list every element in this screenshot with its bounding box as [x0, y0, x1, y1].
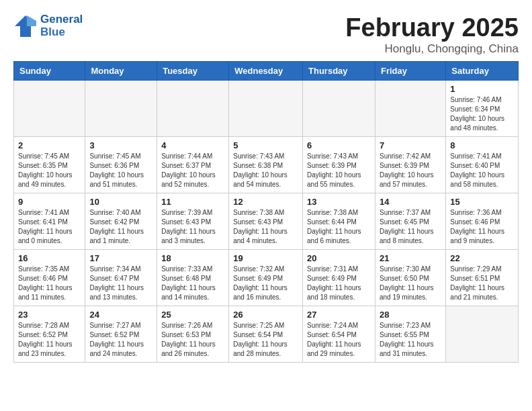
day-cell — [375, 81, 445, 137]
day-cell — [85, 81, 157, 137]
day-info: Sunrise: 7:23 AM Sunset: 6:55 PM Dayligh… — [380, 321, 441, 359]
day-info: Sunrise: 7:40 AM Sunset: 6:42 PM Dayligh… — [89, 208, 152, 246]
day-number: 9 — [18, 197, 81, 207]
day-cell: 24Sunrise: 7:27 AM Sunset: 6:52 PM Dayli… — [85, 306, 157, 363]
day-info: Sunrise: 7:36 AM Sunset: 6:46 PM Dayligh… — [450, 208, 514, 246]
svg-marker-1 — [27, 15, 36, 26]
day-info: Sunrise: 7:41 AM Sunset: 6:41 PM Dayligh… — [18, 208, 81, 246]
day-cell: 5Sunrise: 7:43 AM Sunset: 6:38 PM Daylig… — [229, 137, 303, 193]
day-cell: 2Sunrise: 7:45 AM Sunset: 6:35 PM Daylig… — [14, 137, 85, 193]
day-info: Sunrise: 7:46 AM Sunset: 6:34 PM Dayligh… — [450, 95, 514, 133]
day-info: Sunrise: 7:28 AM Sunset: 6:52 PM Dayligh… — [18, 321, 81, 359]
day-number: 8 — [450, 140, 514, 150]
day-cell: 1Sunrise: 7:46 AM Sunset: 6:34 PM Daylig… — [446, 81, 519, 137]
day-info: Sunrise: 7:27 AM Sunset: 6:52 PM Dayligh… — [89, 321, 152, 359]
day-cell: 9Sunrise: 7:41 AM Sunset: 6:41 PM Daylig… — [14, 193, 85, 250]
day-cell: 28Sunrise: 7:23 AM Sunset: 6:55 PM Dayli… — [375, 306, 445, 363]
day-number: 24 — [89, 310, 152, 320]
day-number: 2 — [18, 140, 81, 150]
day-number: 19 — [233, 253, 298, 263]
logo-line1: General — [40, 13, 83, 26]
day-cell — [157, 81, 229, 137]
logo: General Blue — [13, 13, 83, 38]
day-cell: 21Sunrise: 7:30 AM Sunset: 6:50 PM Dayli… — [375, 250, 445, 306]
day-info: Sunrise: 7:31 AM Sunset: 6:49 PM Dayligh… — [307, 265, 371, 302]
day-info: Sunrise: 7:43 AM Sunset: 6:38 PM Dayligh… — [233, 152, 298, 189]
day-cell: 26Sunrise: 7:25 AM Sunset: 6:54 PM Dayli… — [229, 306, 303, 363]
subtitle: Honglu, Chongqing, China — [345, 42, 519, 56]
day-number: 12 — [233, 197, 298, 207]
day-number: 14 — [380, 197, 441, 207]
header-tuesday: Tuesday — [157, 62, 229, 81]
day-info: Sunrise: 7:39 AM Sunset: 6:43 PM Dayligh… — [161, 208, 224, 246]
header-wednesday: Wednesday — [229, 62, 303, 81]
main-title: February 2025 — [345, 13, 519, 42]
day-info: Sunrise: 7:37 AM Sunset: 6:45 PM Dayligh… — [380, 208, 441, 246]
day-number: 3 — [89, 140, 152, 150]
day-info: Sunrise: 7:45 AM Sunset: 6:35 PM Dayligh… — [18, 152, 81, 189]
day-info: Sunrise: 7:38 AM Sunset: 6:43 PM Dayligh… — [233, 208, 298, 246]
day-info: Sunrise: 7:44 AM Sunset: 6:37 PM Dayligh… — [161, 152, 224, 189]
header-monday: Monday — [85, 62, 157, 81]
day-number: 27 — [307, 310, 371, 320]
day-info: Sunrise: 7:43 AM Sunset: 6:39 PM Dayligh… — [307, 152, 371, 189]
day-number: 6 — [307, 140, 371, 150]
day-info: Sunrise: 7:34 AM Sunset: 6:47 PM Dayligh… — [89, 265, 152, 302]
week-row-4: 23Sunrise: 7:28 AM Sunset: 6:52 PM Dayli… — [14, 306, 519, 363]
day-cell: 23Sunrise: 7:28 AM Sunset: 6:52 PM Dayli… — [14, 306, 85, 363]
day-cell: 15Sunrise: 7:36 AM Sunset: 6:46 PM Dayli… — [446, 193, 519, 250]
logo-line2: Blue — [40, 26, 83, 39]
day-info: Sunrise: 7:24 AM Sunset: 6:54 PM Dayligh… — [307, 321, 371, 359]
day-cell: 19Sunrise: 7:32 AM Sunset: 6:49 PM Dayli… — [229, 250, 303, 306]
day-info: Sunrise: 7:25 AM Sunset: 6:54 PM Dayligh… — [233, 321, 298, 359]
day-cell: 3Sunrise: 7:45 AM Sunset: 6:36 PM Daylig… — [85, 137, 157, 193]
header-saturday: Saturday — [446, 62, 519, 81]
day-number: 10 — [89, 197, 152, 207]
day-cell: 20Sunrise: 7:31 AM Sunset: 6:49 PM Dayli… — [303, 250, 375, 306]
day-number: 17 — [89, 253, 152, 263]
calendar: SundayMondayTuesdayWednesdayThursdayFrid… — [13, 61, 519, 363]
day-number: 16 — [18, 253, 81, 263]
day-cell: 11Sunrise: 7:39 AM Sunset: 6:43 PM Dayli… — [157, 193, 229, 250]
day-number: 4 — [161, 140, 224, 150]
day-number: 23 — [18, 310, 81, 320]
day-number: 15 — [450, 197, 514, 207]
day-info: Sunrise: 7:41 AM Sunset: 6:40 PM Dayligh… — [450, 152, 514, 189]
calendar-header-row: SundayMondayTuesdayWednesdayThursdayFrid… — [14, 62, 519, 81]
day-cell — [446, 306, 519, 363]
day-cell: 18Sunrise: 7:33 AM Sunset: 6:48 PM Dayli… — [157, 250, 229, 306]
day-number: 28 — [380, 310, 441, 320]
header-friday: Friday — [375, 62, 445, 81]
day-cell: 27Sunrise: 7:24 AM Sunset: 6:54 PM Dayli… — [303, 306, 375, 363]
day-cell: 12Sunrise: 7:38 AM Sunset: 6:43 PM Dayli… — [229, 193, 303, 250]
day-cell — [229, 81, 303, 137]
day-number: 11 — [161, 197, 224, 207]
day-cell: 17Sunrise: 7:34 AM Sunset: 6:47 PM Dayli… — [85, 250, 157, 306]
day-number: 26 — [233, 310, 298, 320]
week-row-0: 1Sunrise: 7:46 AM Sunset: 6:34 PM Daylig… — [14, 81, 519, 137]
day-cell: 16Sunrise: 7:35 AM Sunset: 6:46 PM Dayli… — [14, 250, 85, 306]
week-row-3: 16Sunrise: 7:35 AM Sunset: 6:46 PM Dayli… — [14, 250, 519, 306]
week-row-1: 2Sunrise: 7:45 AM Sunset: 6:35 PM Daylig… — [14, 137, 519, 193]
day-cell: 13Sunrise: 7:38 AM Sunset: 6:44 PM Dayli… — [303, 193, 375, 250]
title-section: February 2025 Honglu, Chongqing, China — [345, 13, 519, 56]
day-cell: 10Sunrise: 7:40 AM Sunset: 6:42 PM Dayli… — [85, 193, 157, 250]
day-cell — [14, 81, 85, 137]
day-cell: 22Sunrise: 7:29 AM Sunset: 6:51 PM Dayli… — [446, 250, 519, 306]
day-info: Sunrise: 7:33 AM Sunset: 6:48 PM Dayligh… — [161, 265, 224, 302]
day-cell: 8Sunrise: 7:41 AM Sunset: 6:40 PM Daylig… — [446, 137, 519, 193]
day-info: Sunrise: 7:45 AM Sunset: 6:36 PM Dayligh… — [89, 152, 152, 189]
day-number: 1 — [450, 84, 514, 94]
day-cell: 14Sunrise: 7:37 AM Sunset: 6:45 PM Dayli… — [375, 193, 445, 250]
day-number: 13 — [307, 197, 371, 207]
day-cell: 6Sunrise: 7:43 AM Sunset: 6:39 PM Daylig… — [303, 137, 375, 193]
day-info: Sunrise: 7:38 AM Sunset: 6:44 PM Dayligh… — [307, 208, 371, 246]
day-info: Sunrise: 7:35 AM Sunset: 6:46 PM Dayligh… — [18, 265, 81, 302]
logo-icon — [13, 14, 38, 38]
day-number: 21 — [380, 253, 441, 263]
day-number: 25 — [161, 310, 224, 320]
day-number: 22 — [450, 253, 514, 263]
day-number: 18 — [161, 253, 224, 263]
day-info: Sunrise: 7:32 AM Sunset: 6:49 PM Dayligh… — [233, 265, 298, 302]
day-cell — [303, 81, 375, 137]
